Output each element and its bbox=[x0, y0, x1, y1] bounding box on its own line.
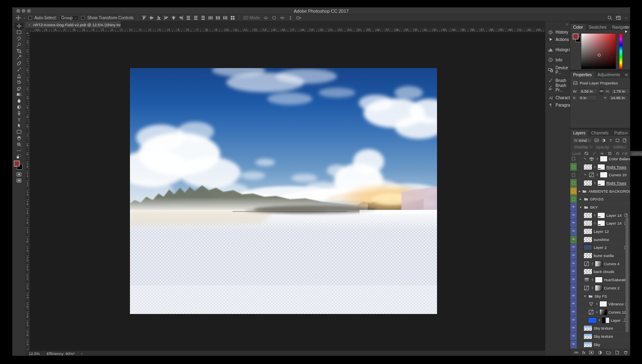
width-field[interactable]: 6.56 in bbox=[579, 89, 598, 94]
auto-select-checkbox[interactable] bbox=[28, 16, 32, 20]
link-layers-icon[interactable] bbox=[574, 350, 579, 355]
layer-row[interactable]: Layer 14 bbox=[570, 220, 630, 228]
show-transform-checkbox[interactable] bbox=[81, 16, 85, 20]
type-filter-button[interactable]: T bbox=[608, 138, 614, 143]
dock-item-histogra[interactable]: Histogra... bbox=[545, 46, 570, 53]
dock-item-devicep[interactable]: Device P... bbox=[545, 67, 570, 74]
layer-visibility-well[interactable] bbox=[570, 155, 577, 163]
layer-visibility-well[interactable] bbox=[570, 212, 577, 219]
auto-select-dropdown[interactable]: Group ⌄ bbox=[59, 15, 79, 20]
layer-row[interactable]: Sky texture bbox=[570, 324, 630, 332]
default-swap-colors[interactable] bbox=[14, 154, 23, 160]
align-left-icon[interactable] bbox=[164, 15, 169, 20]
expand-panels-icon[interactable] bbox=[565, 23, 569, 26]
layer-row[interactable]: ▾SKY bbox=[570, 203, 630, 212]
layer-row[interactable]: Layer 14 bbox=[570, 212, 630, 220]
pen-tool[interactable] bbox=[14, 110, 23, 116]
history-brush-tool[interactable] bbox=[14, 79, 23, 85]
screen-mode-tool[interactable] bbox=[14, 177, 23, 184]
layer-visibility-well[interactable] bbox=[570, 260, 577, 268]
dodge-tool[interactable] bbox=[14, 104, 23, 110]
panel-menu-icon[interactable] bbox=[624, 131, 628, 135]
blur-tool[interactable] bbox=[14, 98, 23, 104]
distribute-vcenter-icon[interactable] bbox=[193, 15, 198, 20]
layer-row[interactable]: Right Trees bbox=[570, 179, 630, 187]
layer-visibility-well[interactable] bbox=[570, 171, 577, 179]
layer-row[interactable]: Curves 10 bbox=[570, 171, 630, 179]
roll-3d-icon[interactable] bbox=[271, 15, 277, 20]
layer-visibility-well[interactable] bbox=[570, 195, 577, 203]
layer-visibility-well[interactable] bbox=[570, 292, 577, 300]
layers-tab-layers[interactable]: Layers bbox=[570, 130, 588, 136]
distribute-spacing-icon[interactable] bbox=[230, 15, 235, 20]
properties-tab-properties[interactable]: Properties bbox=[570, 71, 595, 78]
camera-3d-icon[interactable] bbox=[296, 15, 301, 20]
layer-row[interactable]: Vibrance 3 bbox=[570, 300, 630, 308]
shape-filter-button[interactable] bbox=[615, 138, 621, 143]
brush-tool[interactable] bbox=[14, 66, 23, 73]
layer-visibility-well[interactable] bbox=[570, 203, 577, 211]
horizontal-ruler[interactable]: 1110987654321012345678910111213141516171… bbox=[25, 28, 545, 32]
layer-visibility-well[interactable] bbox=[570, 236, 577, 243]
panel-menu-icon[interactable] bbox=[624, 73, 628, 77]
new-adjustment-icon[interactable] bbox=[597, 350, 603, 355]
link-dimensions-button[interactable] bbox=[599, 88, 604, 94]
dock-item-character[interactable]: ACharacter bbox=[545, 94, 570, 101]
new-group-icon[interactable] bbox=[606, 350, 611, 355]
document-canvas[interactable] bbox=[130, 68, 437, 314]
crop-tool[interactable] bbox=[14, 48, 23, 54]
opacity-field[interactable]: 100% ⌄ bbox=[612, 144, 628, 150]
color-cursor[interactable] bbox=[598, 54, 601, 57]
quick-mask-tool[interactable] bbox=[14, 171, 23, 177]
eraser-tool[interactable] bbox=[14, 85, 23, 91]
healing-brush-tool[interactable] bbox=[14, 60, 23, 66]
color-tab-color[interactable]: Color bbox=[570, 24, 586, 30]
zoom-tool[interactable] bbox=[14, 141, 23, 148]
layer-row[interactable]: Right Trees bbox=[570, 163, 630, 171]
new-layer-icon[interactable] bbox=[615, 350, 620, 355]
foreground-color-swatch[interactable] bbox=[573, 34, 578, 39]
dock-item-brushpr[interactable]: Brush Pr... bbox=[545, 84, 570, 91]
group-closed-arrow[interactable]: ▸ bbox=[579, 197, 582, 201]
layer-row[interactable]: Sky bbox=[570, 341, 630, 349]
dock-item-info[interactable]: Info bbox=[545, 57, 570, 64]
layer-visibility-well[interactable] bbox=[570, 308, 577, 316]
hand-tool[interactable] bbox=[14, 135, 23, 141]
layer-row[interactable]: Layer 12 bbox=[570, 228, 630, 236]
blend-mode-dropdown[interactable]: Overlay ⌄ bbox=[572, 144, 594, 150]
saturation-brightness-field[interactable] bbox=[581, 33, 616, 69]
layer-visibility-well[interactable] bbox=[570, 220, 577, 228]
move-icon[interactable] bbox=[16, 15, 21, 20]
group-open-arrow[interactable]: ▾ bbox=[583, 294, 587, 298]
layer-row[interactable]: bune suelta bbox=[570, 252, 630, 260]
layer-row[interactable]: back clouds bbox=[570, 268, 630, 276]
layer-row[interactable]: ▸AMBIENTE BACKGROUND bbox=[570, 187, 630, 196]
hue-slider[interactable] bbox=[619, 33, 623, 69]
y-field[interactable]: 14.86 in bbox=[609, 95, 628, 100]
move-tool[interactable] bbox=[14, 23, 23, 29]
align-vcenter-icon[interactable] bbox=[149, 15, 154, 20]
path-select-tool[interactable] bbox=[14, 123, 23, 129]
layer-visibility-well[interactable] bbox=[570, 252, 577, 259]
adjustment-filter-button[interactable] bbox=[601, 138, 607, 143]
distribute-hcenter-icon[interactable] bbox=[215, 15, 221, 20]
layer-row[interactable]: Layer 2 bbox=[570, 244, 630, 252]
drag-3d-icon[interactable] bbox=[280, 15, 285, 20]
layer-visibility-well[interactable] bbox=[570, 341, 577, 348]
gradient-tool[interactable] bbox=[14, 91, 23, 98]
edit-toolbar[interactable] bbox=[14, 148, 23, 154]
layer-row[interactable]: Curves 4 bbox=[570, 260, 630, 268]
fill-field[interactable]: 100% ⌄ bbox=[630, 151, 642, 156]
layer-visibility-well[interactable] bbox=[570, 163, 577, 171]
close-icon[interactable] bbox=[28, 23, 31, 26]
layer-visibility-well[interactable] bbox=[570, 268, 577, 276]
eyedropper-tool[interactable] bbox=[14, 54, 23, 60]
layer-row[interactable]: Hue/Saturati... bbox=[570, 276, 630, 284]
type-tool[interactable]: T bbox=[14, 116, 23, 123]
layer-row[interactable]: Color Balanc... bbox=[570, 155, 630, 163]
layer-visibility-well[interactable] bbox=[570, 332, 577, 340]
distribute-left-icon[interactable] bbox=[208, 15, 213, 20]
layer-visibility-well[interactable] bbox=[570, 187, 577, 195]
layer-visibility-well[interactable] bbox=[570, 244, 577, 252]
layer-visibility-well[interactable] bbox=[570, 179, 577, 187]
